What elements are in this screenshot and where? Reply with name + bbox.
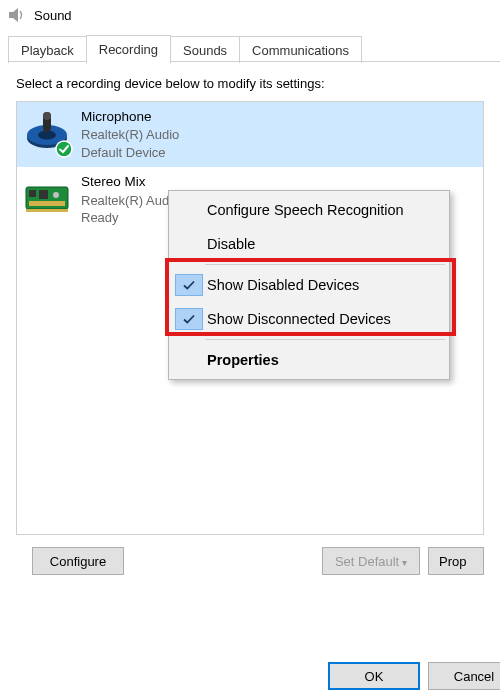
cm-check-blank [175, 233, 203, 255]
svg-point-7 [56, 141, 72, 157]
device-item-microphone[interactable]: Microphone Realtek(R) Audio Default Devi… [17, 102, 483, 167]
svg-marker-1 [13, 8, 18, 22]
cm-show-disconnected-devices[interactable]: Show Disconnected Devices [171, 302, 447, 336]
tab-button-row: Configure Set Default Prop [16, 535, 484, 575]
properties-button[interactable]: Prop [428, 547, 484, 575]
tab-communications[interactable]: Communications [239, 36, 362, 63]
svg-point-12 [53, 192, 59, 198]
context-menu: Configure Speech Recognition Disable Sho… [168, 190, 450, 380]
device-status: Ready [81, 209, 179, 227]
configure-button[interactable]: Configure [32, 547, 124, 575]
titlebar: Sound [0, 0, 500, 32]
checkmark-icon [175, 274, 203, 296]
device-text: Stereo Mix Realtek(R) Audio Ready [81, 173, 179, 226]
svg-rect-11 [39, 190, 48, 199]
svg-rect-0 [9, 12, 13, 18]
cm-check-blank [175, 349, 203, 371]
tab-playback[interactable]: Playback [8, 36, 87, 63]
tab-sounds[interactable]: Sounds [170, 36, 240, 63]
dialog-button-row: OK Cancel [0, 652, 500, 700]
instruction-text: Select a recording device below to modif… [16, 76, 484, 91]
status-default-icon [55, 140, 73, 158]
device-status: Default Device [81, 144, 179, 162]
device-name: Microphone [81, 108, 179, 126]
cm-properties[interactable]: Properties [171, 343, 447, 377]
svg-rect-13 [29, 201, 65, 206]
cancel-button[interactable]: Cancel [428, 662, 500, 690]
device-text: Microphone Realtek(R) Audio Default Devi… [81, 108, 179, 161]
cm-separator [205, 264, 445, 265]
tab-recording[interactable]: Recording [86, 35, 171, 64]
svg-rect-10 [29, 190, 36, 197]
cm-disable[interactable]: Disable [171, 227, 447, 261]
ok-button[interactable]: OK [328, 662, 420, 690]
svg-rect-6 [43, 112, 51, 120]
cm-show-disabled-devices[interactable]: Show Disabled Devices [171, 268, 447, 302]
cm-check-blank [175, 199, 203, 221]
svg-rect-14 [26, 209, 68, 212]
microphone-icon [23, 108, 71, 156]
window-title: Sound [34, 8, 72, 23]
checkmark-icon [175, 308, 203, 330]
speaker-icon [8, 6, 26, 24]
device-driver: Realtek(R) Audio [81, 126, 179, 144]
device-driver: Realtek(R) Audio [81, 192, 179, 210]
set-default-button[interactable]: Set Default [322, 547, 420, 575]
cm-configure-speech-recognition[interactable]: Configure Speech Recognition [171, 193, 447, 227]
device-name: Stereo Mix [81, 173, 179, 191]
soundcard-icon [23, 173, 71, 221]
cm-separator [205, 339, 445, 340]
tabstrip: Playback Recording Sounds Communications [0, 32, 500, 62]
